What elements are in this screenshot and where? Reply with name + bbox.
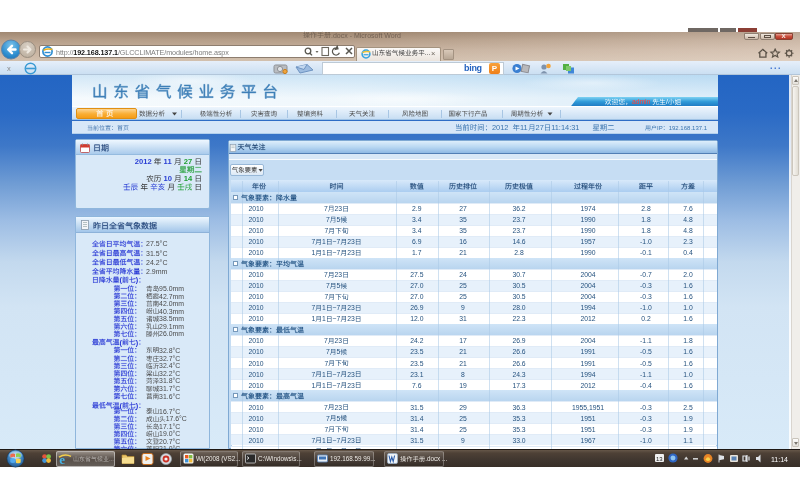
svg-text:13: 13	[656, 456, 663, 462]
svg-text:e: e	[59, 452, 65, 466]
